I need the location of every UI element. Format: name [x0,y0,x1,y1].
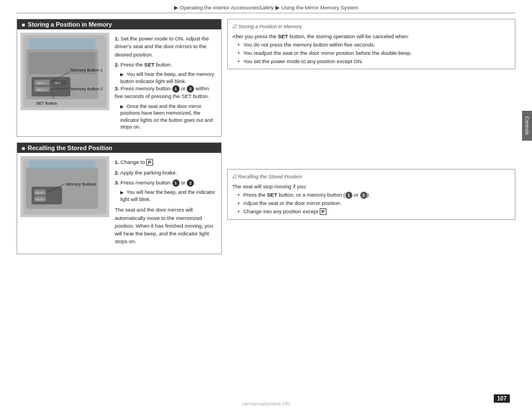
recall-diagram: MEM 1 MEM 2 Memory Buttons [21,156,109,217]
page-number: 107 [494,394,510,403]
svg-text:Memory Buttons: Memory Buttons [66,182,96,187]
recall-step-3-sub: You will hear the beep, and the indicato… [120,189,217,203]
storing-bullet-3: You set the power mode to any position e… [238,58,510,66]
recall-section-body: MEM 1 MEM 2 Memory Buttons 1. Change to … [17,153,221,253]
main-content: Storing a Position in Memory [0,13,532,402]
svg-text:SET: SET [54,81,61,85]
svg-text:MEM 1: MEM 1 [35,191,47,194]
storing-step-3-sub: Once the seat and the door mirror positi… [120,103,217,131]
recall-step-1: 1. Change to P. [115,158,217,167]
storing-step-3: 3. Press memory button 1 or 2 within fiv… [115,85,217,101]
right-spacer [227,75,515,163]
storing-step-2: 2. Press the SET button. [115,61,217,69]
storing-info-box: ☑ Storing a Position in Memory After you… [227,19,515,69]
recall-info-box: ☑ Recalling the Stored Position The seat… [227,169,515,219]
svg-text:MEM 2: MEM 2 [35,198,47,201]
svg-text:SET Button: SET Button [36,101,57,106]
svg-text:Memory Button 2: Memory Button 2 [71,86,103,91]
storing-bullet-2: You readjust the seat or the door mirror… [238,49,510,58]
svg-text:Memory Button 1: Memory Button 1 [71,68,103,73]
storing-bullet-1: You do not press the memory button withi… [238,41,510,49]
recall-bullet-1: Press the SET button, or a memory button… [238,191,510,199]
storing-section-header: Storing a Position in Memory [17,19,221,29]
storing-steps: 1. Set the power mode to ON. Adjust the … [114,33,218,133]
recall-section-header: Recalling the Stored Position [17,143,221,153]
recall-note: The seat and the door mirrors will autom… [115,206,217,245]
recall-bullet-3: Change into any position except P. [238,208,510,216]
recall-info-title: ☑ Recalling the Stored Position [232,173,510,181]
svg-text:MEM 1: MEM 1 [37,81,48,85]
storing-diagram: MEM 1 MEM 2 SET Memory Button 1 Me [21,33,109,110]
storing-title: Storing a Position in Memory [28,21,112,28]
recall-bullet-2: Adjust the seat or the door mirror posit… [238,199,510,208]
recall-title: Recalling the Stored Position [28,145,112,151]
storing-step-2-sub: You will hear the beep, and the memory b… [120,71,217,85]
side-tab: Controls [522,111,532,141]
storing-section: Storing a Position in Memory [17,19,222,137]
recall-section: Recalling the Stored Position MEM 1 MEM … [17,142,222,254]
storing-info-intro: After you press the SET button, the stor… [232,33,510,41]
watermark: carmanualsonline.info [242,401,290,407]
svg-rect-21 [29,161,95,169]
breadcrumb: ▶ Operating the Interior AccessoriesSafe… [17,0,515,13]
storing-info-title: ☑ Storing a Position in Memory [232,23,510,30]
recall-steps: 1. Change to P. 2. Apply the parking bra… [114,156,218,250]
storing-section-body: MEM 1 MEM 2 SET Memory Button 1 Me [17,29,221,136]
storing-svg: MEM 1 MEM 2 SET Memory Button 1 Me [21,33,109,110]
recall-svg: MEM 1 MEM 2 Memory Buttons [21,156,109,217]
left-column: Storing a Position in Memory [17,19,222,402]
svg-text:MEM 2: MEM 2 [37,88,48,91]
svg-rect-22 [32,187,62,204]
recall-step-2: 2. Apply the parking brake. [115,169,217,177]
recall-step-3: 3. Press memory button 1 or 2. [115,179,217,187]
recall-info-intro: The seat will stop moving if you: [232,183,510,191]
svg-rect-4 [29,38,95,49]
side-tab-label: Controls [524,116,530,135]
storing-step-1: 1. Set the power mode to ON. Adjust the … [115,35,217,59]
right-column: ☑ Storing a Position in Memory After you… [227,19,515,402]
right-spacer-2 [227,225,515,403]
